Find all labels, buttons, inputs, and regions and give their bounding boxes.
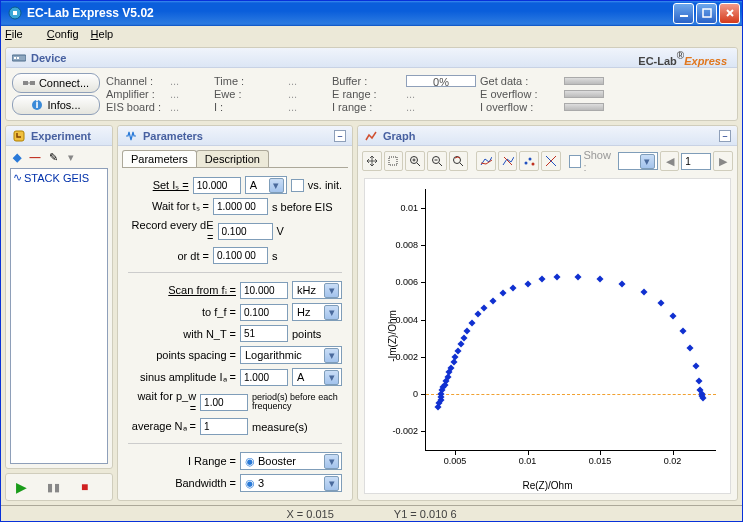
lbl-eoverflow: E overflow : <box>480 88 560 100</box>
minimize-button[interactable] <box>673 3 694 24</box>
lbl-rec-de: Record every dE = <box>128 219 214 243</box>
zoom-reset-tool[interactable] <box>449 151 469 171</box>
app-icon <box>7 5 23 21</box>
menu-config[interactable]: Config <box>47 28 79 40</box>
lbl-buffer: Buffer : <box>332 75 402 87</box>
experiment-item[interactable]: ∿ STACK GEIS <box>11 169 107 186</box>
select-ff-unit[interactable]: Hz▾ <box>292 303 342 321</box>
titlebar[interactable]: EC-Lab Express V5.02 <box>1 1 742 26</box>
more-experiment-button[interactable]: ▾ <box>64 150 78 164</box>
menu-file[interactable]: File <box>5 28 35 40</box>
zoom-in-tool[interactable] <box>405 151 425 171</box>
svg-line-17 <box>417 163 420 166</box>
lbl-irange-p: I Range = <box>188 455 236 467</box>
experiment-list[interactable]: ∿ STACK GEIS <box>10 168 108 464</box>
svg-rect-3 <box>703 9 711 17</box>
select-tool[interactable] <box>384 151 404 171</box>
play-button[interactable]: ▶ <box>16 479 27 495</box>
lbl-irange: I range : <box>332 101 402 113</box>
input-nt[interactable] <box>240 325 288 342</box>
svg-rect-15 <box>389 157 397 165</box>
lbl-na: average Nₐ = <box>132 420 196 433</box>
graph-toolbar: Show : ▾ ◀ ▶ <box>358 146 737 176</box>
svg-rect-2 <box>680 15 688 17</box>
status-y: Y1 = 0.010 6 <box>394 508 457 520</box>
tab-description[interactable]: Description <box>196 150 269 167</box>
chevron-down-icon: ▾ <box>324 370 339 385</box>
menu-help[interactable]: Help <box>91 28 114 40</box>
prev-page-button[interactable]: ◀ <box>660 151 680 171</box>
suffix-nt: points <box>292 328 342 340</box>
lbl-set-is: Set Iₛ = <box>153 179 189 192</box>
input-rec-de[interactable] <box>218 223 273 240</box>
chart-style-3[interactable] <box>519 151 539 171</box>
unit-rec-dt: s <box>272 250 342 262</box>
show-checkbox[interactable] <box>569 155 582 168</box>
lbl-scan-ff: to f_f = <box>202 306 236 318</box>
chart-style-1[interactable] <box>476 151 496 171</box>
zoom-out-tool[interactable] <box>427 151 447 171</box>
menubar: File Config Help <box>1 26 742 44</box>
collapse-graph-button[interactable]: – <box>719 130 731 142</box>
svg-rect-14 <box>14 131 24 141</box>
remove-experiment-button[interactable]: — <box>28 150 42 164</box>
lbl-ia: sinus amplitude Iₐ = <box>140 371 236 384</box>
show-select[interactable]: ▾ <box>618 152 657 170</box>
tab-parameters[interactable]: Parameters <box>122 150 197 167</box>
pause-button[interactable]: ▮▮ <box>47 481 61 494</box>
lbl-channel: Channel : <box>106 75 166 87</box>
pan-tool[interactable] <box>362 151 382 171</box>
x-axis-label: Re(Z)/Ohm <box>523 480 573 491</box>
graph-panel: Graph – Show : ▾ <box>357 125 738 501</box>
lbl-eis: EIS board : <box>106 101 166 113</box>
input-rec-dt[interactable] <box>213 247 268 264</box>
select-irange[interactable]: ◉Booster▾ <box>240 452 342 470</box>
maximize-button[interactable] <box>696 3 717 24</box>
input-scan-fi[interactable] <box>240 282 288 299</box>
input-na[interactable] <box>200 418 248 435</box>
chevron-down-icon: ▾ <box>324 348 339 363</box>
lbl-rec-dt: or dt = <box>178 250 210 262</box>
chart-style-2[interactable] <box>498 151 518 171</box>
next-page-button[interactable]: ▶ <box>713 151 733 171</box>
graph-icon <box>364 129 378 143</box>
select-is-unit[interactable]: A▾ <box>245 176 287 194</box>
stop-button[interactable]: ■ <box>81 480 88 494</box>
page-input[interactable] <box>681 153 711 170</box>
edit-experiment-button[interactable]: ✎ <box>46 150 60 164</box>
experiment-icon <box>12 129 26 143</box>
connect-button[interactable]: Connect... <box>12 73 100 93</box>
select-fi-unit[interactable]: kHz▾ <box>292 281 342 299</box>
select-ia-unit[interactable]: A▾ <box>292 368 342 386</box>
chevron-down-icon: ▾ <box>324 476 339 491</box>
show-label: Show : <box>583 149 616 173</box>
input-ia[interactable] <box>240 369 288 386</box>
add-experiment-button[interactable]: ◆ <box>10 150 24 164</box>
input-scan-ff[interactable] <box>240 304 288 321</box>
device-header: Device <box>31 52 66 64</box>
status-x: X = 0.015 <box>286 508 333 520</box>
svg-line-21 <box>439 163 442 166</box>
lbl-scan-fi: Scan from fᵢ = <box>168 284 236 297</box>
suffix-na: measure(s) <box>252 421 342 433</box>
collapse-parameters-button[interactable]: – <box>334 130 346 142</box>
infos-button[interactable]: i Infos... <box>12 95 100 115</box>
lbl-i: I : <box>214 101 284 113</box>
lbl-amplifier: Amplifier : <box>106 88 166 100</box>
checkbox-vs-init[interactable] <box>291 179 304 192</box>
lbl-nt: with N_T = <box>183 328 236 340</box>
svg-rect-7 <box>14 57 16 59</box>
input-wait-ts[interactable] <box>213 198 268 215</box>
lbl-time: Time : <box>214 75 284 87</box>
svg-rect-10 <box>30 81 35 85</box>
chart-style-4[interactable] <box>541 151 561 171</box>
input-set-is[interactable] <box>193 177 241 194</box>
select-spacing[interactable]: Logarithmic▾ <box>240 346 342 364</box>
lbl-spacing: points spacing = <box>156 349 236 361</box>
svg-rect-9 <box>23 81 28 85</box>
input-pw[interactable] <box>200 394 248 411</box>
experiment-header: Experiment <box>31 130 91 142</box>
chart[interactable]: -Im(Z)/Ohm Re(Z)/Ohm 0.0050.010.0150.02-… <box>364 178 731 494</box>
close-button[interactable] <box>719 3 740 24</box>
select-bandwidth[interactable]: ◉3▾ <box>240 474 342 492</box>
